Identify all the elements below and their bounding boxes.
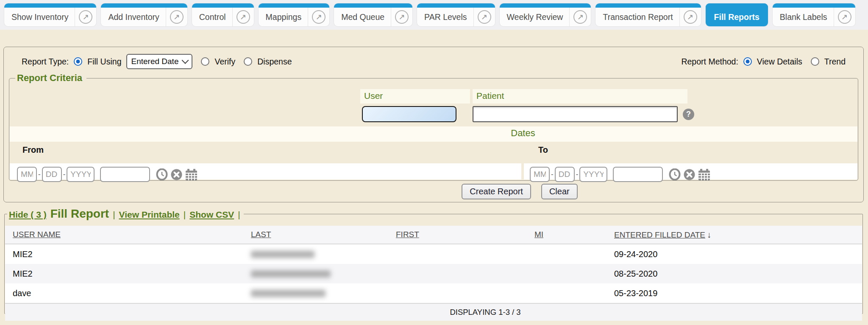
hide-link[interactable]: Hide ( 3 ): [9, 210, 47, 220]
report-type-group: Report Type: Fill Using Entered Date Ver…: [22, 54, 292, 69]
to-calendar-icon[interactable]: [698, 168, 710, 181]
header-last[interactable]: LAST: [250, 226, 395, 244]
user-column-header: User: [360, 89, 470, 104]
tab-weekly-review[interactable]: Weekly Review ↗: [500, 3, 591, 26]
date-dash: -: [38, 170, 41, 179]
header-first[interactable]: FIRST: [395, 226, 534, 244]
user-patient-header-strip: User Patient: [10, 89, 857, 104]
tab-blank-labels[interactable]: Blank Labels ↗: [773, 3, 855, 26]
tab-transaction-report[interactable]: Transaction Report ↗: [595, 3, 701, 26]
to-year-input[interactable]: [579, 167, 607, 182]
header-mi[interactable]: MI: [534, 226, 613, 244]
report-method-group: Report Method: View Details Trend: [681, 57, 846, 67]
tab-open-new-window[interactable]: ↗: [473, 8, 495, 26]
tab-open-new-window[interactable]: ↗: [391, 8, 412, 26]
form-buttons-row: Create Report Clear: [4, 182, 863, 201]
fill-report-legend: Hide ( 3 ) Fill Report | View Printable …: [7, 207, 244, 221]
tab-active-indicator: [595, 3, 701, 8]
external-link-arrow-icon: ↗: [478, 10, 491, 24]
from-day-input[interactable]: [42, 167, 62, 182]
user-input[interactable]: [362, 106, 456, 122]
from-date-cell: - -: [10, 163, 521, 179]
to-clear-icon[interactable]: [684, 169, 695, 180]
external-link-arrow-icon: ↗: [79, 10, 92, 24]
tab-label: Med Queue: [334, 12, 391, 22]
tab-active-indicator: [334, 3, 412, 8]
to-date-cell: - -: [524, 163, 857, 179]
tab-label: Transaction Report: [595, 12, 679, 22]
trend-radio[interactable]: [811, 57, 819, 66]
view-details-label: View Details: [757, 57, 802, 67]
tab-open-new-window[interactable]: ↗: [679, 8, 701, 26]
user-patient-inputs-row: ?: [10, 105, 857, 125]
patient-input[interactable]: [473, 106, 678, 122]
tab-open-new-window[interactable]: ↗: [75, 8, 96, 26]
tab-fill-reports[interactable]: Fill Reports: [706, 3, 768, 26]
verify-label: Verify: [214, 57, 235, 67]
date-inputs-row: - -: [10, 163, 857, 179]
tab-label: Mappings: [259, 12, 308, 22]
chevron-down-icon: [182, 57, 189, 64]
external-link-arrow-icon: ↗: [684, 10, 697, 24]
from-year-input[interactable]: [67, 167, 95, 182]
tab-active-indicator: [417, 3, 495, 8]
tab-med-queue[interactable]: Med Queue ↗: [334, 3, 412, 26]
header-user-name[interactable]: USER NAME: [5, 226, 250, 244]
tab-open-new-window[interactable]: ↗: [166, 8, 187, 26]
to-clock-icon[interactable]: [669, 168, 681, 180]
to-label: To: [538, 145, 548, 155]
cell-first-name: [395, 264, 534, 283]
to-month-input[interactable]: [530, 167, 550, 182]
tab-par-levels[interactable]: PAR Levels ↗: [417, 3, 495, 26]
to-day-input[interactable]: [555, 167, 575, 182]
create-report-button[interactable]: Create Report: [462, 184, 531, 199]
fill-using-radio[interactable]: [74, 57, 82, 66]
tab-label: Add Inventory: [101, 12, 165, 22]
date-dash: -: [576, 170, 579, 179]
tab-add-inventory[interactable]: Add Inventory ↗: [101, 3, 187, 26]
report-criteria-legend: Report Criteria: [15, 73, 86, 84]
header-entered-filled-date[interactable]: ENTERED FILLED DATE↓: [613, 226, 862, 244]
tab-active-indicator: [706, 3, 768, 8]
show-csv-link[interactable]: Show CSV: [189, 210, 234, 220]
to-time-input[interactable]: [613, 167, 663, 182]
tab-label: PAR Levels: [417, 12, 473, 22]
tab-open-new-window[interactable]: ↗: [232, 8, 254, 26]
cell-last-name: [250, 283, 395, 303]
tab-open-new-window[interactable]: ↗: [569, 8, 591, 26]
tab-active-indicator: [4, 3, 96, 8]
redacted-last-name: [251, 290, 326, 297]
cell-first-name: [395, 244, 534, 264]
tab-open-new-window[interactable]: ↗: [308, 8, 329, 26]
report-table-body: MIE2 09-24-2020 MIE2 08-25-2020 dave 05-…: [5, 244, 862, 303]
cell-last-name: [250, 244, 395, 264]
verify-radio[interactable]: [201, 57, 209, 66]
tab-mappings[interactable]: Mappings ↗: [259, 3, 330, 26]
tab-active-indicator: [192, 3, 254, 8]
separator: |: [113, 210, 115, 220]
fill-using-select-value: Entered Date: [131, 57, 178, 66]
tab-control[interactable]: Control ↗: [192, 3, 254, 26]
report-options-box: Report Type: Fill Using Entered Date Ver…: [3, 47, 864, 202]
help-icon[interactable]: ?: [683, 109, 694, 120]
dispense-label: Dispense: [257, 57, 292, 67]
table-footer-row: DISPLAYING 1-3 / 3: [5, 303, 862, 321]
tab-show-inventory[interactable]: Show Inventory ↗: [4, 3, 96, 26]
from-calendar-icon[interactable]: [185, 168, 198, 181]
view-printable-link[interactable]: View Printable: [119, 210, 180, 220]
cell-entered-filled-date: 08-25-2020: [613, 264, 862, 283]
from-clock-icon[interactable]: [156, 168, 168, 180]
view-details-radio[interactable]: [743, 57, 752, 66]
fill-report-title: Fill Report: [50, 207, 109, 221]
from-to-header-strip: From To: [10, 143, 857, 157]
from-clear-icon[interactable]: [171, 169, 182, 180]
fill-using-select[interactable]: Entered Date: [126, 54, 192, 69]
dates-label: Dates: [511, 128, 535, 138]
cell-entered-filled-date: 05-23-2019: [613, 283, 862, 303]
from-label: From: [22, 145, 44, 155]
from-month-input[interactable]: [17, 167, 37, 182]
dispense-radio[interactable]: [244, 57, 252, 66]
tab-open-new-window[interactable]: ↗: [834, 8, 855, 26]
clear-button[interactable]: Clear: [541, 184, 578, 199]
from-time-input[interactable]: [100, 167, 150, 182]
